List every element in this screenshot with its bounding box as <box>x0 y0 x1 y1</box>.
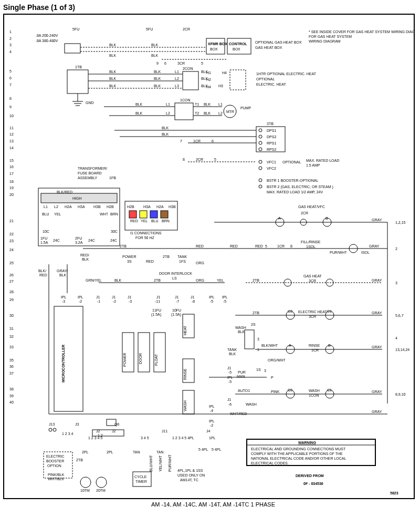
svg-text:DPS2: DPS2 <box>267 135 276 139</box>
svg-rect-383 <box>133 472 151 487</box>
svg-text:H2A: H2A <box>65 205 72 209</box>
svg-text:1CR: 1CR <box>311 348 319 352</box>
svg-text:T1: T1 <box>195 102 199 106</box>
svg-text:YEL: YEL <box>141 219 148 223</box>
svg-text:ORG: ORG <box>196 278 204 282</box>
svg-text:1: 1 <box>9 30 12 34</box>
svg-text:RPS1: RPS1 <box>267 141 276 145</box>
svg-text:3: 3 <box>264 369 266 373</box>
svg-text:L2: L2 <box>54 205 58 209</box>
svg-text:1 2 3 4 5: 1 2 3 4 5 <box>88 436 102 440</box>
svg-text:BLK: BLK <box>109 43 117 47</box>
svg-rect-184 <box>129 211 136 218</box>
svg-text:37: 37 <box>9 371 14 375</box>
svg-point-149 <box>259 185 262 188</box>
svg-text:BLK: BLK <box>109 84 117 88</box>
svg-text:CONTROL: CONTROL <box>229 42 247 46</box>
svg-text:2TB: 2TB <box>154 278 161 282</box>
svg-text:BLK: BLK <box>114 278 122 282</box>
svg-text:WASH: WASH <box>246 402 257 406</box>
svg-text:3: 3 <box>9 43 12 47</box>
bottom-connectors: J13 J31 2 3 4 J21 2J2 1 2 3 4 5 J113 4 5… <box>49 419 216 440</box>
svg-text:ELECTRIC: ELECTRIC <box>46 454 65 458</box>
svg-text:IPL: IPL <box>61 295 67 299</box>
svg-text:BLK: BLK <box>201 77 208 80</box>
svg-text:IPL: IPL <box>78 295 83 299</box>
svg-text:ORG: ORG <box>196 261 204 265</box>
svg-rect-188 <box>150 211 158 218</box>
svg-text:L2: L2 <box>175 77 179 80</box>
svg-text:8: 8 <box>183 158 185 161</box>
svg-text:BLK: BLK <box>135 111 143 115</box>
svg-text:RED/: RED/ <box>80 253 89 257</box>
svg-text:1CON: 1CON <box>180 98 190 102</box>
svg-text:MTR: MTR <box>226 110 234 113</box>
svg-text:8: 8 <box>290 244 292 248</box>
svg-rect-67 <box>67 70 88 94</box>
svg-text:26: 26 <box>9 273 14 277</box>
svg-text:NATIONAL ELECTRICAL CODE AND/O: NATIONAL ELECTRICAL CODE AND/OR OTHER LO… <box>251 457 346 460</box>
svg-text:C1: C1 <box>327 309 332 313</box>
svg-text:IPL: IPL <box>209 419 215 423</box>
svg-text:H3: H3 <box>218 84 223 88</box>
svg-text:POWER: POWER <box>123 353 127 367</box>
svg-text:I1 CONNECTIONS: I1 CONNECTIONS <box>130 231 162 235</box>
svg-text:TAN: TAN <box>156 450 163 454</box>
svg-text:GRAY/: GRAY/ <box>57 269 68 273</box>
svg-text:-1: -1 <box>97 299 100 303</box>
svg-text:BLU: BLU <box>42 212 49 216</box>
svg-text:HIGH: HIGH <box>72 196 82 200</box>
svg-rect-186 <box>140 211 147 218</box>
svg-text:MICROCONTROLLER: MICROCONTROLLER <box>61 345 65 382</box>
svg-text:31: 31 <box>9 327 14 330</box>
svg-text:TRANSFORMER/: TRANSFORMER/ <box>78 167 107 170</box>
svg-text:6: 6 <box>164 61 166 65</box>
svg-text:2TB: 2TB <box>76 458 83 462</box>
svg-text:BLK: BLK <box>59 273 67 277</box>
svg-text:-2: -2 <box>113 299 116 303</box>
svg-text:IPL: IPL <box>209 295 215 299</box>
svg-point-132 <box>259 141 262 144</box>
svg-text:J1: J1 <box>191 295 195 299</box>
svg-text:7: 7 <box>9 83 12 87</box>
svg-text:H4: H4 <box>222 71 227 75</box>
svg-text:H3B: H3B <box>169 205 176 209</box>
svg-text:BOOSTER: BOOSTER <box>46 459 64 463</box>
svg-text:4PL,1PL & 1SS: 4PL,1PL & 1SS <box>177 469 203 472</box>
svg-text:3CR: 3CR <box>177 61 185 65</box>
svg-text:BLK: BLK <box>135 102 143 106</box>
svg-text:GND: GND <box>86 101 94 105</box>
svg-text:11FU: 11FU <box>152 308 161 312</box>
svg-text:H3A: H3A <box>143 205 151 209</box>
svg-text:1 2 3 4 5 4PL: 1 2 3 4 5 4PL <box>172 436 194 440</box>
svg-text:22: 22 <box>9 232 14 236</box>
svg-text:RED: RED <box>255 244 263 248</box>
svg-point-126 <box>259 135 262 138</box>
svg-text:2CR: 2CR <box>183 27 190 31</box>
svg-text:3: 3 <box>257 337 259 341</box>
svg-text:DOOR INTERLOCK: DOOR INTERLOCK <box>159 272 192 275</box>
svg-text:OPTION: OPTION <box>47 464 61 468</box>
svg-text:OPTIONAL: OPTIONAL <box>282 160 301 164</box>
svg-text:DPS1: DPS1 <box>267 129 276 132</box>
svg-text:BLK: BLK <box>162 126 169 130</box>
svg-text:1S: 1S <box>256 368 261 371</box>
svg-rect-100 <box>175 103 193 120</box>
svg-text:1TB: 1TB <box>75 65 82 69</box>
svg-text:18: 18 <box>9 180 14 183</box>
svg-text:ELECTRICAL AND GROUNDING CONNE: ELECTRICAL AND GROUNDING CONNECTIONS MUS… <box>251 447 346 451</box>
svg-text:-8: -8 <box>192 299 195 303</box>
svg-text:J1: J1 <box>227 366 232 370</box>
svg-text:COMPLY WITH THE APPLICABLE POR: COMPLY WITH THE APPLICABLE PORTIONS OF T… <box>251 452 343 456</box>
svg-text:J1: J1 <box>96 295 100 299</box>
svg-rect-290 <box>138 333 150 372</box>
svg-text:2: 2 <box>9 37 12 40</box>
svg-text:10TM: 10TM <box>80 489 90 492</box>
svg-text:RED: RED <box>130 219 138 223</box>
svg-text:27: 27 <box>9 280 14 283</box>
svg-text:L1: L1 <box>175 70 179 74</box>
see-note: * SEE INSIDE COVER FOR GAS HEAT SYSTEM W… <box>309 30 414 34</box>
svg-text:B: B <box>328 344 331 347</box>
svg-text:16: 16 <box>9 165 14 169</box>
svg-text:3CR: 3CR <box>309 279 316 283</box>
